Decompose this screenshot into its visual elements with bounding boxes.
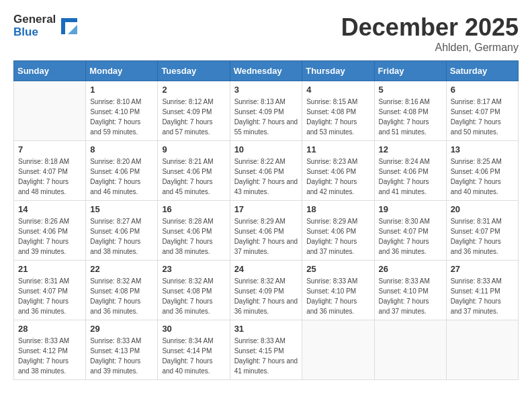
calendar-cell: 17Sunrise: 8:29 AMSunset: 4:06 PMDayligh…	[230, 201, 302, 261]
calendar-cell: 9Sunrise: 8:21 AMSunset: 4:06 PMDaylight…	[158, 141, 230, 201]
day-number: 13	[451, 144, 514, 154]
day-number: 1	[90, 85, 153, 95]
calendar-cell: 16Sunrise: 8:28 AMSunset: 4:06 PMDayligh…	[158, 201, 230, 261]
day-info: Sunrise: 8:31 AMSunset: 4:07 PMDaylight:…	[451, 216, 514, 257]
day-number: 9	[162, 144, 225, 154]
month-year-title: December 2025	[341, 13, 519, 42]
day-number: 6	[451, 85, 514, 95]
day-info: Sunrise: 8:28 AMSunset: 4:06 PMDaylight:…	[162, 216, 225, 257]
day-info: Sunrise: 8:22 AMSunset: 4:06 PMDaylight:…	[234, 156, 298, 197]
calendar-cell: 6Sunrise: 8:17 AMSunset: 4:07 PMDaylight…	[446, 81, 518, 141]
day-info: Sunrise: 8:10 AMSunset: 4:10 PMDaylight:…	[90, 97, 153, 137]
day-number: 7	[18, 144, 81, 154]
day-info: Sunrise: 8:18 AMSunset: 4:07 PMDaylight:…	[18, 156, 81, 197]
calendar-cell: 22Sunrise: 8:32 AMSunset: 4:08 PMDayligh…	[86, 261, 158, 320]
day-number: 22	[90, 264, 153, 274]
weekday-header-thursday: Thursday	[302, 61, 374, 81]
logo-icon	[58, 15, 80, 37]
day-info: Sunrise: 8:16 AMSunset: 4:08 PMDaylight:…	[379, 97, 442, 137]
day-number: 27	[451, 264, 514, 274]
calendar-cell: 26Sunrise: 8:33 AMSunset: 4:10 PMDayligh…	[374, 261, 446, 320]
weekday-header-sunday: Sunday	[14, 61, 86, 81]
day-info: Sunrise: 8:33 AMSunset: 4:13 PMDaylight:…	[90, 336, 153, 376]
day-number: 19	[379, 204, 442, 214]
calendar-header-row: SundayMondayTuesdayWednesdayThursdayFrid…	[14, 61, 519, 81]
day-info: Sunrise: 8:20 AMSunset: 4:06 PMDaylight:…	[90, 156, 153, 197]
calendar-cell: 25Sunrise: 8:33 AMSunset: 4:10 PMDayligh…	[302, 261, 374, 320]
day-number: 24	[234, 264, 298, 274]
day-info: Sunrise: 8:32 AMSunset: 4:08 PMDaylight:…	[90, 276, 153, 316]
calendar-cell: 5Sunrise: 8:16 AMSunset: 4:08 PMDaylight…	[374, 81, 446, 141]
calendar-cell: 29Sunrise: 8:33 AMSunset: 4:13 PMDayligh…	[86, 320, 158, 380]
day-number: 17	[234, 204, 298, 214]
calendar-cell: 12Sunrise: 8:24 AMSunset: 4:06 PMDayligh…	[374, 141, 446, 201]
day-info: Sunrise: 8:27 AMSunset: 4:06 PMDaylight:…	[90, 216, 153, 257]
day-number: 4	[306, 85, 369, 95]
day-number: 8	[90, 144, 153, 154]
calendar-cell: 30Sunrise: 8:34 AMSunset: 4:14 PMDayligh…	[158, 320, 230, 380]
day-number: 30	[162, 324, 225, 334]
day-info: Sunrise: 8:30 AMSunset: 4:07 PMDaylight:…	[379, 216, 442, 257]
weekday-header-tuesday: Tuesday	[158, 61, 230, 81]
calendar-cell: 10Sunrise: 8:22 AMSunset: 4:06 PMDayligh…	[230, 141, 302, 201]
day-number: 31	[234, 324, 298, 334]
day-info: Sunrise: 8:23 AMSunset: 4:06 PMDaylight:…	[306, 156, 369, 197]
day-info: Sunrise: 8:15 AMSunset: 4:08 PMDaylight:…	[306, 97, 369, 137]
day-info: Sunrise: 8:13 AMSunset: 4:09 PMDaylight:…	[234, 97, 298, 137]
day-number: 11	[306, 144, 369, 154]
day-number: 10	[234, 144, 298, 154]
day-info: Sunrise: 8:26 AMSunset: 4:06 PMDaylight:…	[18, 216, 81, 257]
day-number: 18	[306, 204, 369, 214]
day-info: Sunrise: 8:33 AMSunset: 4:11 PMDaylight:…	[451, 276, 514, 316]
calendar-week-row: 14Sunrise: 8:26 AMSunset: 4:06 PMDayligh…	[14, 201, 519, 261]
calendar-cell: 15Sunrise: 8:27 AMSunset: 4:06 PMDayligh…	[86, 201, 158, 261]
day-info: Sunrise: 8:32 AMSunset: 4:09 PMDaylight:…	[234, 276, 298, 316]
calendar-cell: 23Sunrise: 8:32 AMSunset: 4:08 PMDayligh…	[158, 261, 230, 320]
day-info: Sunrise: 8:24 AMSunset: 4:06 PMDaylight:…	[379, 156, 442, 197]
calendar-cell: 4Sunrise: 8:15 AMSunset: 4:08 PMDaylight…	[302, 81, 374, 141]
calendar-cell: 18Sunrise: 8:29 AMSunset: 4:06 PMDayligh…	[302, 201, 374, 261]
calendar-cell: 24Sunrise: 8:32 AMSunset: 4:09 PMDayligh…	[230, 261, 302, 320]
day-info: Sunrise: 8:33 AMSunset: 4:10 PMDaylight:…	[379, 276, 442, 316]
day-number: 14	[18, 204, 81, 214]
calendar-cell: 27Sunrise: 8:33 AMSunset: 4:11 PMDayligh…	[446, 261, 518, 320]
day-info: Sunrise: 8:32 AMSunset: 4:08 PMDaylight:…	[162, 276, 225, 316]
weekday-header-monday: Monday	[86, 61, 158, 81]
day-number: 28	[18, 324, 81, 334]
calendar-cell: 2Sunrise: 8:12 AMSunset: 4:09 PMDaylight…	[158, 81, 230, 141]
day-number: 16	[162, 204, 225, 214]
weekday-header-saturday: Saturday	[446, 61, 518, 81]
day-info: Sunrise: 8:29 AMSunset: 4:06 PMDaylight:…	[306, 216, 369, 257]
calendar-cell	[14, 81, 86, 141]
svg-marker-1	[68, 25, 77, 34]
logo: General Blue	[13, 13, 80, 38]
calendar-cell	[302, 320, 374, 380]
location-subtitle: Ahlden, Germany	[341, 42, 519, 54]
day-number: 29	[90, 324, 153, 334]
day-info: Sunrise: 8:33 AMSunset: 4:12 PMDaylight:…	[18, 336, 81, 376]
calendar-cell: 19Sunrise: 8:30 AMSunset: 4:07 PMDayligh…	[374, 201, 446, 261]
day-info: Sunrise: 8:34 AMSunset: 4:14 PMDaylight:…	[162, 336, 225, 376]
calendar-cell: 11Sunrise: 8:23 AMSunset: 4:06 PMDayligh…	[302, 141, 374, 201]
calendar-week-row: 28Sunrise: 8:33 AMSunset: 4:12 PMDayligh…	[14, 320, 519, 380]
calendar-cell: 1Sunrise: 8:10 AMSunset: 4:10 PMDaylight…	[86, 81, 158, 141]
day-info: Sunrise: 8:33 AMSunset: 4:10 PMDaylight:…	[306, 276, 369, 316]
day-info: Sunrise: 8:17 AMSunset: 4:07 PMDaylight:…	[451, 97, 514, 137]
logo-blue: Blue	[13, 26, 56, 39]
calendar-week-row: 21Sunrise: 8:31 AMSunset: 4:07 PMDayligh…	[14, 261, 519, 320]
calendar-cell: 3Sunrise: 8:13 AMSunset: 4:09 PMDaylight…	[230, 81, 302, 141]
weekday-header-friday: Friday	[374, 61, 446, 81]
calendar-cell: 13Sunrise: 8:25 AMSunset: 4:06 PMDayligh…	[446, 141, 518, 201]
day-number: 15	[90, 204, 153, 214]
calendar-week-row: 1Sunrise: 8:10 AMSunset: 4:10 PMDaylight…	[14, 81, 519, 141]
title-area: December 2025 Ahlden, Germany	[341, 13, 519, 54]
calendar-cell	[374, 320, 446, 380]
calendar-cell: 31Sunrise: 8:33 AMSunset: 4:15 PMDayligh…	[230, 320, 302, 380]
day-number: 2	[162, 85, 225, 95]
calendar-table: SundayMondayTuesdayWednesdayThursdayFrid…	[13, 60, 519, 380]
day-number: 5	[379, 85, 442, 95]
day-number: 26	[379, 264, 442, 274]
calendar-cell: 14Sunrise: 8:26 AMSunset: 4:06 PMDayligh…	[14, 201, 86, 261]
calendar-cell: 20Sunrise: 8:31 AMSunset: 4:07 PMDayligh…	[446, 201, 518, 261]
logo-general: General	[13, 13, 56, 26]
